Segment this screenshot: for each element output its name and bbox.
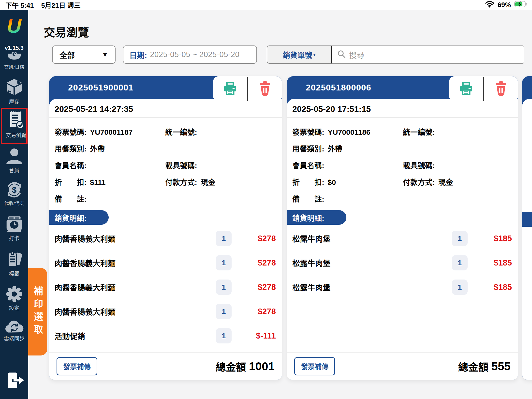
sidebar-item-label: 雲端同步 [0, 334, 28, 342]
sidebar-item-transactions[interactable]: 交易瀏覽 [2, 109, 30, 138]
item-name: 活動促銷 [55, 330, 216, 341]
print-button[interactable] [213, 76, 247, 102]
print-button[interactable] [449, 76, 483, 102]
printer-icon [458, 81, 474, 97]
card-body: 2025-05-21 14:27:35 發票號碼:YU70001187 統一編號… [49, 99, 282, 380]
discount-value: $111 [90, 178, 105, 187]
sales-detail-badge: 銷貨明細: [49, 210, 109, 225]
invoice-resend-button[interactable]: 發票補傳 [57, 357, 97, 375]
sidebar-item-label: 交易瀏覽 [2, 131, 30, 138]
item-price: $278 [232, 234, 276, 243]
delete-button[interactable] [248, 76, 282, 102]
wifi-icon [485, 1, 494, 9]
search-field-selector-button[interactable]: 銷貨單號 ▾ [267, 45, 332, 64]
status-bar: 下午 5:41 5月21日 週三 69% [0, 0, 532, 10]
sidebar-item-settings[interactable]: 設定 [0, 285, 28, 311]
card-fields: 發票號碼:YU70001187 統一編號: 用餐類別:外帶 會員名稱: 載具號碼… [49, 118, 282, 207]
item-name: 肉醬香腸義大利麵 [55, 257, 216, 268]
date-filter-label: 日期: [129, 49, 147, 60]
item-price: $278 [232, 282, 276, 292]
sidebar-item-collect-pay[interactable]: $ 代收/代支 [0, 181, 28, 206]
dine-type-value: 外帶 [90, 143, 105, 154]
active-item-highlight: 交易瀏覽 [1, 108, 28, 144]
item-row: 松露牛肉堡 1 $185 [287, 226, 518, 251]
sidebar-item-inventory[interactable]: 庫存 [0, 78, 28, 105]
item-name: 肉醬香腸義大利麵 [55, 281, 216, 293]
item-qty: 1 [452, 280, 468, 295]
sidebar-item-label: 打卡 [0, 234, 28, 241]
item-price: $185 [468, 234, 512, 243]
sales-detail-badge [522, 212, 532, 227]
dine-type-label: 用餐類別: [55, 143, 87, 154]
card-body [522, 99, 532, 380]
search-combo: 銷貨單號 ▾ 搜尋 [267, 45, 524, 64]
invoice-number-label: 發票號碼: [55, 126, 87, 137]
payment-method-label: 付款方式: [403, 176, 435, 187]
note-label: 備 註: [292, 193, 324, 204]
search-icon [337, 50, 346, 59]
card-header [522, 76, 532, 99]
filter-type-dropdown[interactable]: 全部 ▼ [52, 45, 116, 64]
item-name: 松露牛肉堡 [292, 281, 452, 293]
total-amount-label: 總金額 [216, 359, 246, 374]
battery-percent: 69% [498, 1, 511, 9]
note-label: 備 註: [55, 193, 87, 204]
date-filter-range: 2025-05-05 ~ 2025-05-20 [150, 50, 239, 59]
item-qty: 1 [216, 328, 232, 343]
item-qty: 1 [452, 255, 468, 270]
card-footer: 發票補傳 總金額 1001 [49, 352, 282, 380]
logout-button[interactable] [0, 372, 28, 390]
sidebar-item-punch-clock[interactable]: 打卡 [0, 216, 28, 241]
item-row: 肉醬香腸義大利麵 1 $278 [49, 299, 282, 324]
invoice-number-value: YU70001186 [328, 128, 370, 136]
discount-value: $0 [328, 178, 336, 187]
card-actions [213, 76, 282, 102]
search-input[interactable]: 搜尋 [332, 45, 524, 64]
invoice-resend-button[interactable]: 發票補傳 [294, 357, 335, 375]
discount-label: 折 扣: [292, 176, 324, 187]
total-amount-value: 1001 [249, 359, 275, 373]
card-header: 2025051900001 [49, 76, 282, 99]
person-icon [0, 148, 28, 165]
item-qty: 1 [216, 255, 232, 270]
payment-method-value: 現金 [201, 176, 215, 187]
tax-id-label: 統一編號: [403, 126, 435, 137]
sidebar-item-members[interactable]: 會員 [0, 148, 28, 174]
item-name: 松露牛肉堡 [292, 257, 452, 268]
item-price: $185 [468, 282, 512, 292]
item-price: $-111 [232, 331, 276, 340]
reprint-select-tab[interactable]: 補印選取 [28, 268, 47, 355]
box-icon [0, 78, 28, 96]
transaction-datetime: 2025-05-20 17:51:15 [287, 99, 518, 117]
transaction-card-partial[interactable] [522, 76, 532, 380]
invoice-number-label: 發票號碼: [292, 126, 324, 137]
item-list: 肉醬香腸義大利麵 1 $278 肉醬香腸義大利麵 1 $278 肉醬香腸義大利麵… [49, 226, 282, 348]
money-sync-icon: $ [0, 181, 28, 199]
sidebar-item-shift-report[interactable]: 交班/日結 [0, 52, 28, 70]
receipt-check-icon [2, 111, 30, 130]
punch-clock-icon [0, 216, 28, 233]
transaction-card[interactable]: 2025051800006 2025-05-20 17:51:15 [287, 76, 518, 380]
caret-down-icon: ▾ [313, 52, 316, 58]
sidebar-item-label: 代收/代支 [0, 200, 28, 206]
transaction-card[interactable]: 2025051900001 2025-05-21 14:27:35 [49, 76, 282, 380]
item-name: 松露牛肉堡 [292, 233, 452, 244]
page-title: 交易瀏覽 [44, 23, 89, 40]
carrier-number-label: 載具號碼: [403, 160, 435, 170]
item-qty: 1 [216, 280, 232, 295]
item-name: 肉醬香腸義大利麵 [55, 306, 216, 317]
version-label: v1.15.3 [0, 45, 28, 51]
printer-icon [222, 81, 238, 97]
sidebar-item-cloud-sync[interactable]: 雲端同步 [0, 319, 28, 342]
sidebar-item-labels[interactable]: 標籤 [0, 251, 28, 277]
sidebar-item-label: 設定 [0, 304, 28, 311]
status-time: 下午 5:41 [5, 0, 34, 10]
item-price: $185 [468, 258, 512, 267]
card-number: 2025051800006 [306, 83, 371, 92]
sidebar-item-label: 交班/日結 [0, 63, 28, 70]
item-price: $278 [232, 307, 276, 316]
date-range-filter[interactable]: 日期: 2025-05-05 ~ 2025-05-20 [123, 45, 257, 64]
item-qty: 1 [216, 231, 232, 246]
delete-button[interactable] [484, 76, 518, 102]
item-row: 肉醬香腸義大利麵 1 $278 [49, 251, 282, 275]
